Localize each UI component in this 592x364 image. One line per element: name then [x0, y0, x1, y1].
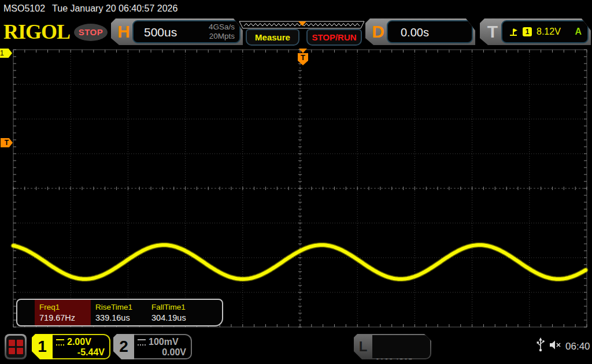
- measurement-risetime1[interactable]: RiseTime1 339.16us: [91, 300, 147, 325]
- logic-badge: L: [354, 334, 372, 359]
- trigger-control[interactable]: T 1 8.12V A: [480, 18, 591, 45]
- dc-coupling-icon: [138, 339, 146, 346]
- measurement-label: RiseTime1: [95, 302, 147, 313]
- measurement-value: 339.16us: [95, 313, 147, 323]
- brand-logo: RIGOL: [3, 20, 70, 44]
- toolbar: RIGOL STOP H 500us 4GSa/s 20Mpts Measure…: [0, 17, 592, 49]
- channel1-control[interactable]: 1 2.00V -5.44V: [32, 334, 110, 359]
- waveform-overview-bar[interactable]: [239, 21, 365, 29]
- measurements-panel: Freq1 719.67Hz RiseTime1 339.16us FallTi…: [16, 299, 223, 326]
- channel2-scale: 100mV: [149, 337, 179, 347]
- delay-label: D: [369, 21, 387, 43]
- channel2-values: 100mV 0.00V: [134, 334, 192, 359]
- stop-run-button[interactable]: STOP/RUN: [306, 29, 362, 46]
- delay-box: 0.00s: [387, 20, 473, 43]
- channel1-values: 2.00V -5.44V: [53, 334, 110, 359]
- trigger-sweep-mode: A: [575, 27, 582, 37]
- menu-grid-icon: [6, 336, 25, 358]
- measurement-value: 304.19us: [151, 313, 203, 323]
- trigger-box: 1 8.12V A: [501, 20, 589, 43]
- datetime: Tue January 20 06:40:57 2026: [52, 3, 177, 13]
- bottombar: 1 2.00V -5.44V 2 100mV 0.00V L: [0, 329, 592, 364]
- channel1-scale: 2.00V: [67, 337, 91, 347]
- channel2-control[interactable]: 2 100mV 0.00V: [113, 334, 192, 359]
- channel1-badge: 1: [32, 334, 53, 359]
- waveform-display: T T 1 Freq1 719.67Hz RiseTime1 339.16us …: [0, 49, 592, 329]
- oscilloscope-screen: MSO5102Tue January 20 06:40:57 2026 RIGO…: [0, 0, 592, 364]
- trigger-source-badge: 1: [523, 27, 532, 36]
- horizontal-label: H: [115, 21, 132, 43]
- logic-channels-control[interactable]: L 0 1 2 3 4 5 6 7 8 9 10 11 12 13 14 15: [354, 334, 431, 359]
- horizontal-box: 500us 4GSa/s 20Mpts: [132, 20, 240, 43]
- usb-icon: [536, 337, 545, 352]
- speaker-muted-icon: [549, 340, 562, 350]
- acquisition-info: 4GSa/s 20Mpts: [209, 23, 235, 41]
- trigger-level-value: 8.12V: [536, 27, 561, 37]
- run-state-badge: STOP: [74, 24, 108, 41]
- graticule-and-waveform: [0, 49, 592, 329]
- sample-rate: 4GSa/s: [209, 23, 235, 32]
- measurement-falltime1[interactable]: FallTime1 304.19us: [147, 300, 203, 325]
- menu-button[interactable]: [5, 334, 27, 359]
- clock: 06:40: [565, 329, 590, 364]
- measurement-label: Freq1: [39, 302, 91, 313]
- delay-value: 0.00s: [401, 26, 429, 39]
- channel2-offset: 0.00V: [138, 347, 186, 358]
- trigger-label: T: [484, 21, 501, 43]
- measure-button[interactable]: Measure: [246, 29, 299, 46]
- logic-channel-numbers: 0 1 2 3 4 5 6 7 8 9 10 11 12 13 14 15: [372, 335, 430, 358]
- channel2-badge: 2: [113, 334, 134, 359]
- trigger-position-arrow-icon[interactable]: [299, 49, 307, 53]
- dc-coupling-icon: [56, 339, 64, 346]
- measurement-value: 719.67Hz: [39, 313, 91, 323]
- measurement-freq1[interactable]: Freq1 719.67Hz: [35, 300, 91, 325]
- model-name: MSO5102: [3, 3, 45, 13]
- rising-edge-icon: [509, 28, 518, 36]
- titlebar: MSO5102Tue January 20 06:40:57 2026: [0, 0, 592, 17]
- memory-depth: 20Mpts: [209, 32, 235, 41]
- logic-row1: 0 1 2 3 4 5 6 7: [376, 356, 430, 364]
- measurement-label: FallTime1: [151, 302, 203, 313]
- trigger-delay-control[interactable]: D 0.00s: [365, 18, 475, 45]
- horizontal-timebase-control[interactable]: H 500us 4GSa/s 20Mpts: [111, 18, 243, 45]
- channel1-offset: -5.44V: [56, 347, 105, 358]
- timebase-value: 500us: [144, 25, 177, 39]
